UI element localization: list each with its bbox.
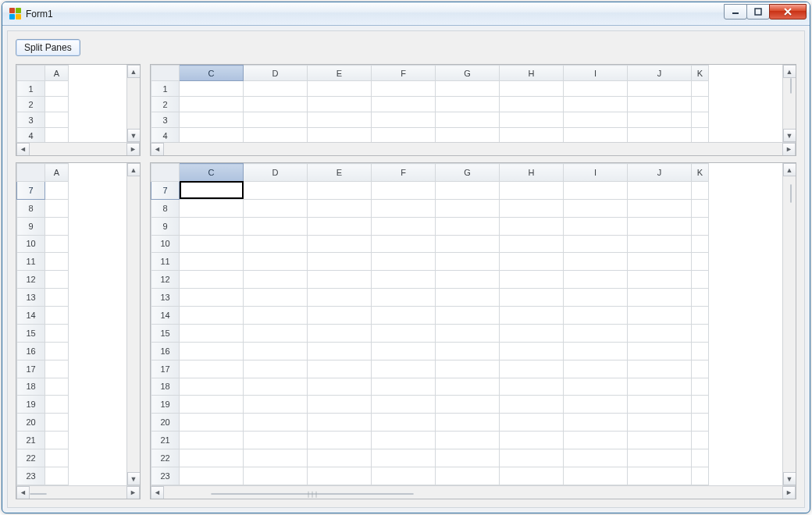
- cell-E13[interactable]: [308, 289, 372, 307]
- cell-A19[interactable]: [45, 396, 69, 414]
- cell-A11[interactable]: [45, 253, 69, 271]
- cell-E21[interactable]: [308, 432, 372, 449]
- row-header-4[interactable]: 4: [17, 128, 45, 143]
- cell-D1[interactable]: [244, 81, 308, 97]
- cell-D7[interactable]: [244, 181, 308, 199]
- cell-C19[interactable]: [180, 396, 244, 414]
- cell-A16[interactable]: [45, 342, 69, 360]
- cell-E3[interactable]: [308, 112, 372, 128]
- row-header-13[interactable]: 13: [151, 289, 180, 307]
- cell-E1[interactable]: [308, 81, 372, 97]
- cell-J10[interactable]: [628, 235, 692, 253]
- cell-J15[interactable]: [628, 324, 692, 342]
- column-header-J[interactable]: J: [628, 66, 692, 81]
- cell-G17[interactable]: [436, 360, 500, 378]
- vscrollbar-br[interactable]: ▲ ▼: [782, 163, 796, 485]
- row-header-4[interactable]: 4: [151, 128, 180, 143]
- hscrollbar-bl[interactable]: ◄ ►: [16, 485, 140, 499]
- row-header-19[interactable]: 19: [17, 396, 45, 414]
- cell-A1[interactable]: [45, 81, 69, 97]
- column-header-H[interactable]: H: [500, 164, 564, 182]
- row-header-2[interactable]: 2: [17, 97, 45, 112]
- cell-D15[interactable]: [244, 324, 308, 342]
- cell-J19[interactable]: [628, 396, 692, 414]
- cell-H22[interactable]: [500, 449, 564, 467]
- column-header-K[interactable]: K: [692, 66, 709, 81]
- cell-J20[interactable]: [628, 414, 692, 432]
- scroll-left-icon[interactable]: ◄: [16, 486, 30, 499]
- cell-G3[interactable]: [436, 112, 500, 128]
- cell-D3[interactable]: [244, 112, 308, 128]
- cell-F10[interactable]: [372, 235, 436, 253]
- cell-K18[interactable]: [692, 378, 709, 396]
- column-header-I[interactable]: I: [564, 66, 628, 81]
- row-header-14[interactable]: 14: [151, 307, 180, 325]
- cell-H19[interactable]: [500, 396, 564, 414]
- cell-J14[interactable]: [628, 307, 692, 325]
- cell-K12[interactable]: [692, 271, 709, 289]
- cell-E2[interactable]: [308, 97, 372, 112]
- row-header-18[interactable]: 18: [17, 378, 45, 396]
- cell-J12[interactable]: [628, 271, 692, 289]
- column-header-C[interactable]: C: [180, 164, 244, 182]
- cell-I20[interactable]: [564, 414, 628, 432]
- column-header-D[interactable]: D: [244, 66, 308, 81]
- cell-D19[interactable]: [244, 396, 308, 414]
- column-header-K[interactable]: K: [692, 164, 709, 182]
- scroll-up-icon[interactable]: ▲: [127, 163, 141, 176]
- cell-E17[interactable]: [308, 360, 372, 378]
- cell-E15[interactable]: [308, 324, 372, 342]
- column-header-G[interactable]: G: [436, 66, 500, 81]
- cell-C23[interactable]: [180, 467, 244, 485]
- cell-C14[interactable]: [180, 307, 244, 325]
- cell-J1[interactable]: [628, 81, 692, 97]
- split-panes-button[interactable]: Split Panes: [16, 39, 80, 56]
- cell-J9[interactable]: [628, 217, 692, 235]
- cell-E19[interactable]: [308, 396, 372, 414]
- cell-K14[interactable]: [692, 307, 709, 325]
- cell-C2[interactable]: [180, 97, 244, 112]
- cell-I22[interactable]: [564, 449, 628, 467]
- hscroll-thumb[interactable]: [30, 493, 47, 495]
- row-header-16[interactable]: 16: [17, 342, 45, 360]
- cell-G7[interactable]: [436, 181, 500, 199]
- row-header-8[interactable]: 8: [151, 199, 180, 217]
- scroll-up-icon[interactable]: ▲: [783, 163, 796, 176]
- column-header-E[interactable]: E: [308, 66, 372, 81]
- cell-K10[interactable]: [692, 235, 709, 253]
- row-header-18[interactable]: 18: [151, 378, 180, 396]
- cell-F14[interactable]: [372, 307, 436, 325]
- cell-I1[interactable]: [564, 81, 628, 97]
- cell-G11[interactable]: [436, 253, 500, 271]
- cell-J3[interactable]: [628, 112, 692, 128]
- cell-J17[interactable]: [628, 360, 692, 378]
- cell-H23[interactable]: [500, 467, 564, 485]
- cell-H15[interactable]: [500, 324, 564, 342]
- column-header-H[interactable]: H: [500, 66, 564, 81]
- cell-J13[interactable]: [628, 289, 692, 307]
- cell-F20[interactable]: [372, 414, 436, 432]
- vscrollbar-bl[interactable]: ▲ ▼: [126, 163, 140, 485]
- cell-C3[interactable]: [180, 112, 244, 128]
- cell-E12[interactable]: [308, 271, 372, 289]
- select-all-corner[interactable]: [17, 66, 45, 81]
- select-all-corner[interactable]: [17, 164, 45, 182]
- cell-E7[interactable]: [308, 181, 372, 199]
- row-header-21[interactable]: 21: [151, 432, 180, 449]
- row-header-20[interactable]: 20: [151, 414, 180, 432]
- cell-E10[interactable]: [308, 235, 372, 253]
- cell-I9[interactable]: [564, 217, 628, 235]
- cell-F11[interactable]: [372, 253, 436, 271]
- cell-G22[interactable]: [436, 449, 500, 467]
- cell-A9[interactable]: [45, 217, 69, 235]
- cell-A8[interactable]: [45, 199, 69, 217]
- cell-D17[interactable]: [244, 360, 308, 378]
- column-header-A[interactable]: A: [45, 66, 69, 81]
- cell-K4[interactable]: [692, 128, 709, 143]
- row-header-16[interactable]: 16: [151, 342, 180, 360]
- cell-G13[interactable]: [436, 289, 500, 307]
- cell-C18[interactable]: [180, 378, 244, 396]
- cell-C21[interactable]: [180, 432, 244, 449]
- select-all-corner[interactable]: [151, 164, 180, 182]
- column-header-F[interactable]: F: [372, 164, 436, 182]
